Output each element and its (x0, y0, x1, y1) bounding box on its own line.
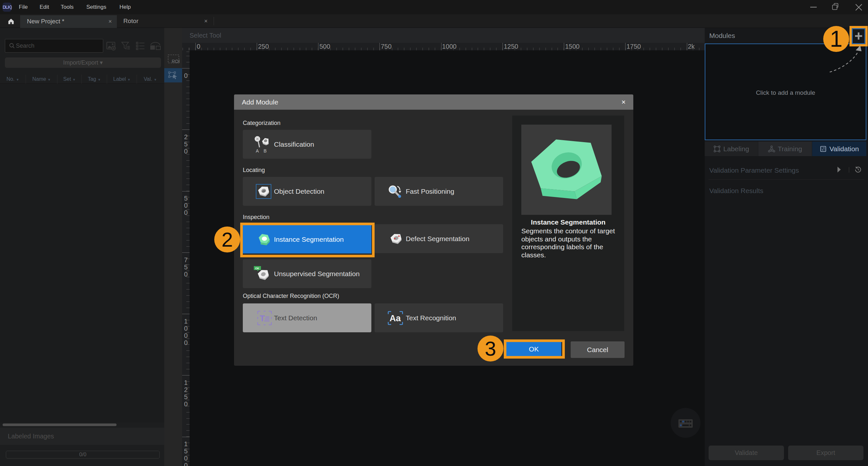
svg-text:A: A (256, 148, 259, 154)
svg-text:OK: OK (255, 267, 260, 270)
svg-text:B: B (264, 148, 267, 154)
svg-text:T: T (260, 313, 265, 323)
svg-text:ROI: ROI (172, 59, 180, 64)
svg-text:Aa: Aa (390, 313, 401, 323)
